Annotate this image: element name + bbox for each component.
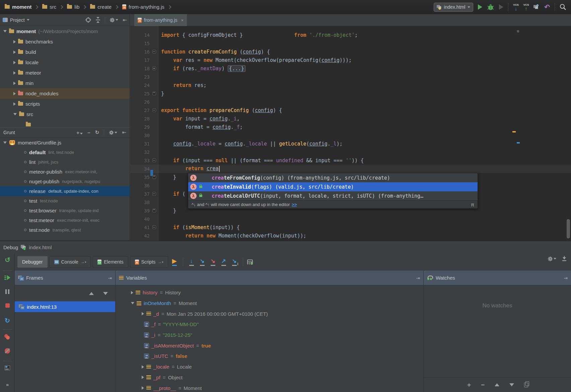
- grunt-task-meteor-publish[interactable]: meteor-publishexec:meteor-init,: [0, 167, 130, 177]
- fold-icon[interactable]: ^: [152, 209, 156, 212]
- editor-line-32[interactable]: 32: [130, 148, 571, 156]
- tab-from-anything[interactable]: from-anything.js ×: [134, 14, 187, 26]
- grunt-task-release[interactable]: releasedefault, update-index, con: [0, 186, 130, 196]
- project-tree-item-min[interactable]: min: [0, 78, 130, 88]
- fold-icon[interactable]: −: [152, 225, 156, 229]
- project-tree-item-meteor[interactable]: meteor: [0, 68, 130, 78]
- settings-gear-icon[interactable]: [548, 256, 556, 262]
- search-icon[interactable]: [560, 4, 566, 10]
- variable-row-__proto__[interactable]: __proto__=Moment: [116, 383, 423, 392]
- editor-line-33[interactable]: 33− if (input === null || (format === un…: [130, 156, 571, 165]
- project-panel-title[interactable]: Project: [10, 17, 25, 23]
- collapse-all-icon[interactable]: [95, 17, 100, 23]
- tab-console[interactable]: Console→▪: [50, 256, 91, 268]
- editor-line-41[interactable]: 41− if (isMoment(input)) {: [130, 223, 571, 231]
- fold-icon[interactable]: ^: [152, 175, 156, 179]
- step-over-icon[interactable]: ↓: [187, 258, 196, 266]
- tab-elements[interactable]: Elements: [93, 256, 128, 268]
- settings-gear-icon[interactable]: [109, 130, 117, 135]
- rerun-icon[interactable]: ↻: [5, 256, 10, 264]
- variable-row-_d[interactable]: _d=Mon Jan 25 2016 00:00:00 GMT+0100 (CE…: [116, 308, 423, 319]
- chevron-right-icon[interactable]: [13, 51, 16, 54]
- fold-icon[interactable]: ^: [152, 92, 156, 95]
- variable-row-_f[interactable]: 1001_f="YYYY-MM-DD": [116, 319, 423, 330]
- variable-row-history[interactable]: history=History: [116, 287, 423, 298]
- frame-row[interactable]: index.html:13: [15, 301, 115, 312]
- float-panel-icon[interactable]: ⇥: [416, 275, 420, 281]
- chevron-down-icon[interactable]: [131, 302, 134, 304]
- chevron-right-icon[interactable]: [13, 82, 16, 85]
- editor-line-18[interactable]: 18+ if (res._nextDay) {...}: [130, 64, 571, 73]
- tab-debugger[interactable]: Debugger: [17, 256, 48, 268]
- project-tree-item-partial[interactable]: [0, 119, 130, 127]
- force-step-into-icon[interactable]: ↘: [209, 258, 217, 266]
- chevron-down-icon[interactable]: [27, 19, 29, 21]
- refresh-icon[interactable]: ↻: [95, 129, 99, 135]
- variable-row-_locale[interactable]: _locale=Locale: [116, 362, 423, 372]
- editor-line-29[interactable]: 29 format = config._f;: [130, 123, 571, 131]
- editor-line-16[interactable]: 16−function createFromConfig (config) {: [130, 47, 571, 56]
- locate-icon[interactable]: [85, 17, 91, 23]
- hide-panel-icon[interactable]: ⇤: [123, 18, 127, 22]
- variable-row-_isAMomentObject[interactable]: 1001_isAMomentObject=true: [116, 340, 423, 351]
- run-configuration-select[interactable]: index.html: [434, 3, 474, 12]
- float-panel-icon[interactable]: ⇥: [564, 275, 568, 281]
- editor-line-30[interactable]: 30: [130, 131, 571, 139]
- editor-scrollbar[interactable]: [567, 219, 570, 238]
- project-tree-item-scripts[interactable]: scripts: [0, 99, 130, 109]
- more-icon[interactable]: »: [6, 382, 9, 387]
- vcs-commit-button[interactable]: VCS↑: [523, 4, 529, 11]
- show-execution-point-icon[interactable]: ▶: [170, 258, 179, 266]
- copy-icon[interactable]: [524, 383, 528, 387]
- frame-down-icon[interactable]: [103, 292, 108, 295]
- variable-row-_pf[interactable]: _pf=Object: [116, 372, 423, 383]
- add-watch-icon[interactable]: +: [467, 381, 471, 389]
- remove-icon[interactable]: −: [87, 130, 90, 135]
- view-breakpoints-icon[interactable]: [4, 334, 10, 339]
- completion-item-createLocalOrUTC[interactable]: λcreateLocalOrUTC(input, format, locale,…: [188, 191, 478, 200]
- grunt-task-test-meteor[interactable]: test:meteorexec:meteor-init, exec: [0, 215, 130, 225]
- add-icon[interactable]: +: [76, 130, 83, 135]
- editor-line-14[interactable]: 14import { configFromObject } from './fr…: [130, 31, 571, 39]
- unfold-icon[interactable]: +: [152, 67, 156, 70]
- vcs-update-button[interactable]: VCS↓: [513, 4, 518, 11]
- editor-line-40[interactable]: 40: [130, 215, 571, 223]
- editor-line-23[interactable]: 23: [130, 73, 571, 81]
- chevron-right-icon[interactable]: [142, 386, 144, 390]
- stop-icon[interactable]: [5, 303, 10, 308]
- variable-row-_i[interactable]: 1001_i="2015-12-25": [116, 330, 423, 340]
- grunt-task-default[interactable]: defaultlint, test:node: [0, 148, 130, 157]
- step-into-icon[interactable]: ↘: [198, 258, 207, 266]
- variable-row-_isUTC[interactable]: 1001_isUTC=false: [116, 351, 423, 362]
- grunt-task-test-browser[interactable]: test:browsertranspile, update-ind: [0, 206, 130, 215]
- remove-watch-icon[interactable]: −: [481, 381, 485, 389]
- move-watch-down-icon[interactable]: [509, 383, 514, 386]
- completion-item-createInvalid[interactable]: λcreateInvalid(flags) (valid.js, src/lib…: [188, 182, 478, 191]
- tab-scripts[interactable]: Scripts→▪: [130, 256, 168, 268]
- code-editor[interactable]: 14import { configFromObject } from './fr…: [130, 26, 571, 241]
- breadcrumb-item-create[interactable]: create: [90, 4, 112, 10]
- grunt-task-lint[interactable]: lintjshint, jscs: [0, 157, 130, 167]
- inspections-menu-icon[interactable]: ≡: [517, 29, 520, 34]
- editor-line-42[interactable]: 42 return new Moment(checkOverflow(input…: [130, 231, 571, 240]
- coverage-button[interactable]: [499, 4, 503, 10]
- breadcrumb-item-lib[interactable]: lib: [67, 4, 79, 10]
- float-panel-icon[interactable]: ⇥: [108, 275, 112, 281]
- editor-line-25[interactable]: 25^}: [130, 89, 571, 98]
- chevron-right-icon[interactable]: [131, 291, 133, 294]
- project-tree-item-moment[interactable]: moment (~/WebstormProjects/mom: [0, 26, 130, 36]
- editor-line-27[interactable]: 27−export function prepareConfig (config…: [130, 106, 571, 114]
- chevron-right-icon[interactable]: [13, 102, 16, 106]
- editor-line-31[interactable]: 31 config._locale = config._locale || ge…: [130, 139, 571, 148]
- frame-up-icon[interactable]: [89, 292, 94, 295]
- fold-icon[interactable]: −: [152, 192, 156, 196]
- grunt-task-test[interactable]: testtest:node: [0, 196, 130, 206]
- editor-line-24[interactable]: 24 return res;: [130, 81, 571, 89]
- chevron-right-icon[interactable]: [142, 312, 144, 315]
- fold-icon[interactable]: −: [152, 108, 156, 112]
- chevron-right-icon[interactable]: [13, 92, 16, 95]
- close-icon[interactable]: ×: [181, 18, 184, 23]
- local-history-button[interactable]: [533, 5, 540, 9]
- project-tree-item-build[interactable]: build: [0, 47, 130, 57]
- variable-row-inOneMonth[interactable]: inOneMonth=Moment: [116, 298, 423, 309]
